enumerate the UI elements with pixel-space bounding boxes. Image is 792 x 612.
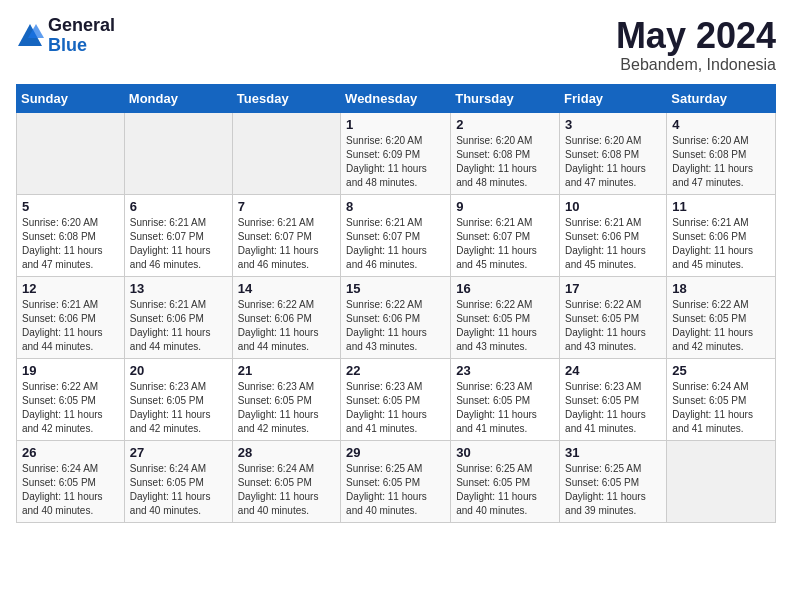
day-number: 10 bbox=[565, 199, 661, 214]
calendar-cell bbox=[667, 440, 776, 522]
logo-general: General bbox=[48, 16, 115, 36]
day-info: Sunrise: 6:21 AMSunset: 6:06 PMDaylight:… bbox=[672, 216, 770, 272]
calendar-cell: 11Sunrise: 6:21 AMSunset: 6:06 PMDayligh… bbox=[667, 194, 776, 276]
day-info: Sunrise: 6:24 AMSunset: 6:05 PMDaylight:… bbox=[22, 462, 119, 518]
calendar-cell: 20Sunrise: 6:23 AMSunset: 6:05 PMDayligh… bbox=[124, 358, 232, 440]
day-number: 22 bbox=[346, 363, 445, 378]
day-info: Sunrise: 6:23 AMSunset: 6:05 PMDaylight:… bbox=[346, 380, 445, 436]
day-number: 25 bbox=[672, 363, 770, 378]
day-info: Sunrise: 6:21 AMSunset: 6:06 PMDaylight:… bbox=[565, 216, 661, 272]
day-info: Sunrise: 6:24 AMSunset: 6:05 PMDaylight:… bbox=[238, 462, 335, 518]
day-info: Sunrise: 6:23 AMSunset: 6:05 PMDaylight:… bbox=[130, 380, 227, 436]
day-info: Sunrise: 6:20 AMSunset: 6:08 PMDaylight:… bbox=[456, 134, 554, 190]
day-info: Sunrise: 6:20 AMSunset: 6:09 PMDaylight:… bbox=[346, 134, 445, 190]
day-info: Sunrise: 6:25 AMSunset: 6:05 PMDaylight:… bbox=[456, 462, 554, 518]
day-number: 17 bbox=[565, 281, 661, 296]
day-info: Sunrise: 6:22 AMSunset: 6:05 PMDaylight:… bbox=[22, 380, 119, 436]
day-number: 30 bbox=[456, 445, 554, 460]
day-info: Sunrise: 6:22 AMSunset: 6:05 PMDaylight:… bbox=[565, 298, 661, 354]
calendar-week-row: 1Sunrise: 6:20 AMSunset: 6:09 PMDaylight… bbox=[17, 112, 776, 194]
day-info: Sunrise: 6:22 AMSunset: 6:06 PMDaylight:… bbox=[346, 298, 445, 354]
day-info: Sunrise: 6:25 AMSunset: 6:05 PMDaylight:… bbox=[346, 462, 445, 518]
title-block: May 2024 Bebandem, Indonesia bbox=[616, 16, 776, 74]
calendar-table: SundayMondayTuesdayWednesdayThursdayFrid… bbox=[16, 84, 776, 523]
calendar-cell: 5Sunrise: 6:20 AMSunset: 6:08 PMDaylight… bbox=[17, 194, 125, 276]
weekday-header-thursday: Thursday bbox=[451, 84, 560, 112]
weekday-header-sunday: Sunday bbox=[17, 84, 125, 112]
calendar-cell bbox=[124, 112, 232, 194]
day-info: Sunrise: 6:22 AMSunset: 6:05 PMDaylight:… bbox=[456, 298, 554, 354]
day-number: 1 bbox=[346, 117, 445, 132]
calendar-cell: 24Sunrise: 6:23 AMSunset: 6:05 PMDayligh… bbox=[560, 358, 667, 440]
day-number: 23 bbox=[456, 363, 554, 378]
calendar-cell: 31Sunrise: 6:25 AMSunset: 6:05 PMDayligh… bbox=[560, 440, 667, 522]
logo: General Blue bbox=[16, 16, 115, 56]
calendar-cell: 9Sunrise: 6:21 AMSunset: 6:07 PMDaylight… bbox=[451, 194, 560, 276]
weekday-header-friday: Friday bbox=[560, 84, 667, 112]
calendar-week-row: 5Sunrise: 6:20 AMSunset: 6:08 PMDaylight… bbox=[17, 194, 776, 276]
calendar-week-row: 26Sunrise: 6:24 AMSunset: 6:05 PMDayligh… bbox=[17, 440, 776, 522]
day-number: 29 bbox=[346, 445, 445, 460]
day-info: Sunrise: 6:25 AMSunset: 6:05 PMDaylight:… bbox=[565, 462, 661, 518]
day-info: Sunrise: 6:22 AMSunset: 6:06 PMDaylight:… bbox=[238, 298, 335, 354]
calendar-cell: 2Sunrise: 6:20 AMSunset: 6:08 PMDaylight… bbox=[451, 112, 560, 194]
calendar-cell: 16Sunrise: 6:22 AMSunset: 6:05 PMDayligh… bbox=[451, 276, 560, 358]
day-info: Sunrise: 6:21 AMSunset: 6:07 PMDaylight:… bbox=[238, 216, 335, 272]
day-number: 8 bbox=[346, 199, 445, 214]
calendar-cell: 6Sunrise: 6:21 AMSunset: 6:07 PMDaylight… bbox=[124, 194, 232, 276]
day-info: Sunrise: 6:23 AMSunset: 6:05 PMDaylight:… bbox=[456, 380, 554, 436]
day-number: 9 bbox=[456, 199, 554, 214]
day-info: Sunrise: 6:24 AMSunset: 6:05 PMDaylight:… bbox=[130, 462, 227, 518]
calendar-cell: 18Sunrise: 6:22 AMSunset: 6:05 PMDayligh… bbox=[667, 276, 776, 358]
day-info: Sunrise: 6:20 AMSunset: 6:08 PMDaylight:… bbox=[22, 216, 119, 272]
calendar-cell: 21Sunrise: 6:23 AMSunset: 6:05 PMDayligh… bbox=[232, 358, 340, 440]
logo-icon bbox=[16, 22, 44, 50]
day-number: 16 bbox=[456, 281, 554, 296]
calendar-cell: 22Sunrise: 6:23 AMSunset: 6:05 PMDayligh… bbox=[341, 358, 451, 440]
calendar-cell: 19Sunrise: 6:22 AMSunset: 6:05 PMDayligh… bbox=[17, 358, 125, 440]
calendar-cell: 3Sunrise: 6:20 AMSunset: 6:08 PMDaylight… bbox=[560, 112, 667, 194]
calendar-cell: 15Sunrise: 6:22 AMSunset: 6:06 PMDayligh… bbox=[341, 276, 451, 358]
calendar-cell: 23Sunrise: 6:23 AMSunset: 6:05 PMDayligh… bbox=[451, 358, 560, 440]
day-number: 28 bbox=[238, 445, 335, 460]
calendar-cell: 30Sunrise: 6:25 AMSunset: 6:05 PMDayligh… bbox=[451, 440, 560, 522]
day-number: 5 bbox=[22, 199, 119, 214]
logo-text: General Blue bbox=[48, 16, 115, 56]
day-number: 21 bbox=[238, 363, 335, 378]
page-header: General Blue May 2024 Bebandem, Indonesi… bbox=[16, 16, 776, 74]
calendar-cell: 25Sunrise: 6:24 AMSunset: 6:05 PMDayligh… bbox=[667, 358, 776, 440]
weekday-header-row: SundayMondayTuesdayWednesdayThursdayFrid… bbox=[17, 84, 776, 112]
calendar-cell: 1Sunrise: 6:20 AMSunset: 6:09 PMDaylight… bbox=[341, 112, 451, 194]
day-number: 13 bbox=[130, 281, 227, 296]
day-number: 18 bbox=[672, 281, 770, 296]
day-number: 6 bbox=[130, 199, 227, 214]
calendar-cell: 7Sunrise: 6:21 AMSunset: 6:07 PMDaylight… bbox=[232, 194, 340, 276]
day-info: Sunrise: 6:20 AMSunset: 6:08 PMDaylight:… bbox=[565, 134, 661, 190]
day-info: Sunrise: 6:21 AMSunset: 6:07 PMDaylight:… bbox=[130, 216, 227, 272]
day-number: 4 bbox=[672, 117, 770, 132]
day-info: Sunrise: 6:21 AMSunset: 6:06 PMDaylight:… bbox=[130, 298, 227, 354]
day-number: 3 bbox=[565, 117, 661, 132]
day-number: 31 bbox=[565, 445, 661, 460]
day-info: Sunrise: 6:23 AMSunset: 6:05 PMDaylight:… bbox=[238, 380, 335, 436]
weekday-header-wednesday: Wednesday bbox=[341, 84, 451, 112]
calendar-cell bbox=[232, 112, 340, 194]
day-info: Sunrise: 6:22 AMSunset: 6:05 PMDaylight:… bbox=[672, 298, 770, 354]
weekday-header-tuesday: Tuesday bbox=[232, 84, 340, 112]
logo-blue: Blue bbox=[48, 36, 115, 56]
day-info: Sunrise: 6:21 AMSunset: 6:06 PMDaylight:… bbox=[22, 298, 119, 354]
day-info: Sunrise: 6:21 AMSunset: 6:07 PMDaylight:… bbox=[456, 216, 554, 272]
day-number: 15 bbox=[346, 281, 445, 296]
calendar-cell: 28Sunrise: 6:24 AMSunset: 6:05 PMDayligh… bbox=[232, 440, 340, 522]
calendar-cell: 8Sunrise: 6:21 AMSunset: 6:07 PMDaylight… bbox=[341, 194, 451, 276]
day-number: 26 bbox=[22, 445, 119, 460]
calendar-cell bbox=[17, 112, 125, 194]
calendar-cell: 13Sunrise: 6:21 AMSunset: 6:06 PMDayligh… bbox=[124, 276, 232, 358]
day-number: 24 bbox=[565, 363, 661, 378]
day-number: 20 bbox=[130, 363, 227, 378]
calendar-cell: 12Sunrise: 6:21 AMSunset: 6:06 PMDayligh… bbox=[17, 276, 125, 358]
day-info: Sunrise: 6:21 AMSunset: 6:07 PMDaylight:… bbox=[346, 216, 445, 272]
weekday-header-monday: Monday bbox=[124, 84, 232, 112]
day-info: Sunrise: 6:20 AMSunset: 6:08 PMDaylight:… bbox=[672, 134, 770, 190]
day-number: 19 bbox=[22, 363, 119, 378]
